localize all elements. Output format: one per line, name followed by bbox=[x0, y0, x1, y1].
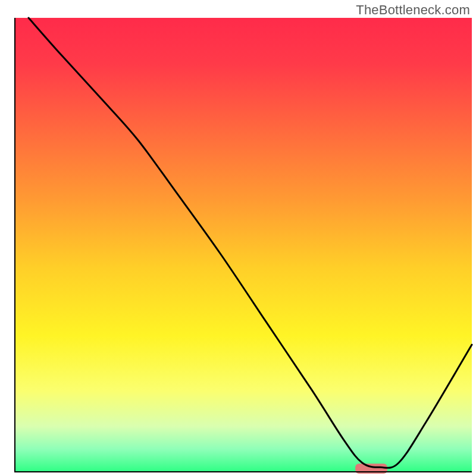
watermark-text: TheBottleneck.com bbox=[356, 2, 470, 18]
plot-background bbox=[15, 18, 472, 472]
bottleneck-chart bbox=[0, 0, 476, 476]
